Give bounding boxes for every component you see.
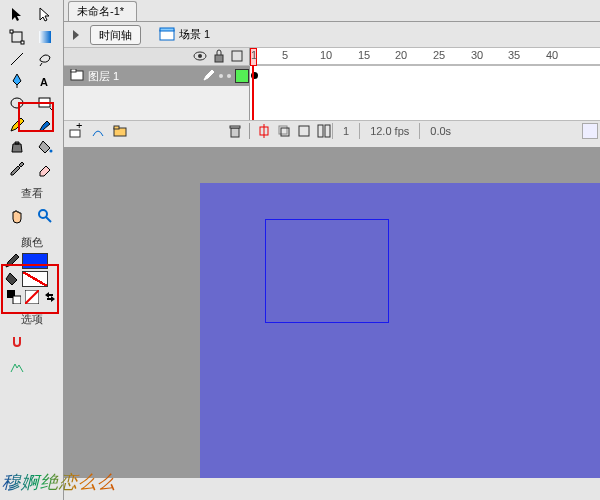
svg-rect-23	[70, 130, 80, 137]
svg-rect-12	[13, 296, 21, 304]
black-white-swatch-icon[interactable]	[7, 290, 21, 304]
paint-bucket-tool[interactable]	[32, 136, 58, 158]
view-section-header: 查看	[0, 184, 63, 203]
layers-list: 图层 1	[64, 66, 250, 120]
current-frame-value: 1	[332, 123, 359, 139]
ruler-tick: 25	[433, 49, 445, 61]
oval-tool[interactable]	[4, 92, 30, 114]
svg-point-18	[198, 54, 202, 58]
subselection-tool[interactable]	[32, 4, 58, 26]
svg-rect-28	[230, 126, 240, 128]
svg-line-10	[46, 217, 51, 222]
lock-dot[interactable]	[227, 74, 231, 78]
scene-bar: 时间轴 场景 1	[64, 22, 600, 48]
svg-rect-1	[10, 30, 13, 33]
snap-option[interactable]	[4, 331, 30, 353]
frames-area[interactable]	[250, 66, 600, 120]
ruler-tick: 30	[471, 49, 483, 61]
add-layer-button[interactable]: +	[68, 123, 84, 139]
scene-label[interactable]: 场景 1	[179, 27, 210, 42]
stage[interactable]	[200, 183, 600, 478]
option-2[interactable]	[32, 331, 58, 353]
scroll-left-button[interactable]	[582, 123, 598, 139]
timeline-button[interactable]: 时间轴	[90, 25, 141, 45]
color-section-header: 颜色	[0, 233, 63, 252]
layer-name: 图层 1	[88, 69, 119, 84]
no-color-icon[interactable]	[25, 290, 39, 304]
svg-rect-2	[21, 41, 24, 44]
svg-point-9	[39, 210, 47, 218]
layer-column-header	[64, 48, 250, 65]
eraser-tool[interactable]	[32, 158, 58, 180]
pencil-tool[interactable]	[4, 114, 30, 136]
pencil-icon	[4, 253, 20, 269]
gradient-transform-tool[interactable]	[32, 26, 58, 48]
center-frame-icon[interactable]	[256, 123, 272, 139]
pencil-icon	[203, 69, 215, 83]
svg-text:+: +	[76, 123, 82, 131]
lock-icon[interactable]	[213, 49, 225, 65]
onion-skin-icon[interactable]	[276, 123, 292, 139]
swap-colors-icon[interactable]	[43, 290, 57, 304]
delete-layer-button[interactable]	[227, 123, 243, 139]
line-tool[interactable]	[4, 48, 30, 70]
layer-row[interactable]: 图层 1	[64, 66, 249, 86]
svg-rect-35	[325, 125, 330, 137]
svg-point-8	[49, 150, 52, 153]
rectangle-tool[interactable]	[32, 92, 58, 114]
watermark-text: 穆婀绝恋么么	[2, 470, 116, 494]
option-4[interactable]	[32, 357, 58, 379]
workspace: 未命名-1* 时间轴 场景 1 1 5 10 15 20 25 30	[64, 0, 600, 500]
lasso-tool[interactable]	[32, 48, 58, 70]
svg-rect-33	[299, 126, 309, 136]
playhead[interactable]	[252, 66, 254, 120]
frame-ruler[interactable]: 1 5 10 15 20 25 30 35 40	[250, 48, 600, 65]
svg-line-4	[11, 53, 23, 65]
add-guide-layer-button[interactable]	[90, 123, 106, 139]
hand-tool[interactable]	[4, 205, 30, 227]
outline-icon[interactable]	[231, 50, 243, 64]
add-folder-button[interactable]	[112, 123, 128, 139]
pen-tool[interactable]	[4, 70, 30, 92]
ink-bottle-tool[interactable]	[4, 136, 30, 158]
ruler-tick: 1	[251, 49, 257, 61]
svg-rect-31	[279, 126, 287, 134]
onion-skin-outline-icon[interactable]	[296, 123, 312, 139]
zoom-tool[interactable]	[32, 205, 58, 227]
fps-value: 12.0 fps	[359, 123, 419, 139]
free-transform-tool[interactable]	[4, 26, 30, 48]
document-tab[interactable]: 未命名-1*	[68, 1, 137, 21]
stroke-color-swatch[interactable]	[22, 253, 48, 269]
svg-rect-16	[160, 28, 174, 31]
ruler-tick: 15	[358, 49, 370, 61]
svg-rect-7	[39, 98, 50, 107]
drawn-rectangle-shape[interactable]	[265, 219, 389, 323]
outline-color-swatch[interactable]	[235, 69, 249, 83]
svg-rect-34	[318, 125, 323, 137]
eyedropper-tool[interactable]	[4, 158, 30, 180]
timeline-panel: 1 5 10 15 20 25 30 35 40 图层 1	[64, 48, 600, 148]
options-section-header: 选项	[0, 310, 63, 329]
svg-rect-19	[215, 55, 223, 62]
layer-icon	[70, 69, 84, 83]
eye-icon[interactable]	[193, 49, 207, 65]
fill-color-swatch[interactable]	[22, 271, 48, 287]
elapsed-time-value: 0.0s	[419, 123, 461, 139]
svg-rect-26	[114, 126, 119, 129]
svg-rect-20	[232, 51, 242, 61]
toolbox-panel: A 查看 颜色 选项	[0, 0, 64, 500]
svg-rect-32	[281, 128, 289, 136]
selection-tool[interactable]	[4, 4, 30, 26]
timeline-collapse-arrow-icon[interactable]	[68, 27, 84, 43]
svg-text:A: A	[40, 76, 48, 88]
canvas-area[interactable]	[64, 148, 600, 478]
option-3[interactable]	[4, 357, 30, 379]
brush-tool[interactable]	[32, 114, 58, 136]
ruler-tick: 40	[546, 49, 558, 61]
visibility-dot[interactable]	[219, 74, 223, 78]
svg-rect-3	[39, 31, 51, 43]
ruler-tick: 20	[395, 49, 407, 61]
text-tool[interactable]: A	[32, 70, 58, 92]
svg-rect-27	[231, 128, 239, 137]
edit-multiple-frames-icon[interactable]	[316, 123, 332, 139]
